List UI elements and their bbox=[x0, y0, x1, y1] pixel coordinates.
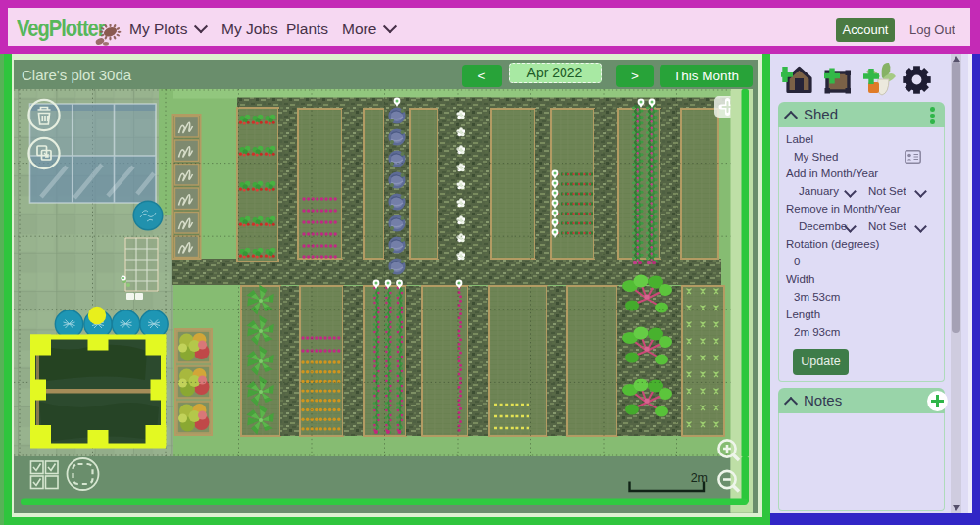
svg-text:2m: 2m bbox=[691, 471, 708, 485]
